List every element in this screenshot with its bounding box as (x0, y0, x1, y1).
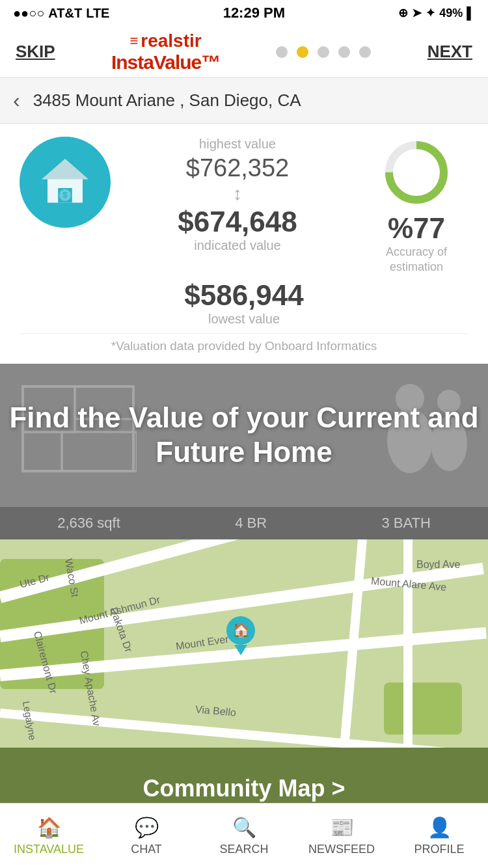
lowest-value-section: $586,944 lowest value (184, 279, 304, 327)
lowest-value: $586,944 (184, 279, 304, 312)
status-left: ●●○○ AT&T LTE (13, 6, 109, 21)
tab-profile[interactable]: 👤 PROFILE (390, 816, 488, 856)
logo-instavalue: InstaValue™ (111, 51, 220, 74)
next-button[interactable]: NEXT (427, 42, 472, 62)
sqft-detail: 2,636 sqft (57, 515, 120, 532)
map-pin-icon: 🏠 (226, 616, 255, 645)
carrier: AT&T (48, 6, 82, 21)
back-button[interactable]: ‹ (13, 88, 20, 113)
map-pin: 🏠 (226, 616, 255, 655)
hero-title: Find the Value of your Current and Futur… (0, 401, 488, 470)
baths-detail: 3 BATH (381, 515, 430, 532)
highest-label: highest value (117, 137, 358, 152)
network: LTE (86, 6, 109, 21)
tab-instavalue[interactable]: 🏠 INSTAVALUE (0, 816, 98, 856)
accuracy-percent: %77 (364, 212, 468, 245)
status-bar: ●●○○ AT&T LTE 12:29 PM ⊕ ➤ ✦ 49% ▌ (0, 0, 488, 26)
battery: 49% (439, 7, 463, 20)
skip-button[interactable]: SKIP (16, 42, 55, 62)
map-pin-tail (234, 645, 247, 655)
newsfeed-icon: 📰 (330, 816, 354, 839)
valuation-note: *Valuation data provided by Onboard Info… (20, 333, 468, 353)
address-bar: ‹ 3485 Mount Ariane , San Diego, CA (0, 78, 488, 124)
chat-icon: 💬 (135, 816, 159, 839)
beds-detail: 4 BR (235, 515, 267, 532)
property-details-strip: 2,636 sqft 4 BR 3 BATH (0, 507, 488, 539)
accuracy-donut (381, 137, 452, 208)
center-values: highest value $762,352 ↕ $674,648 indica… (111, 137, 364, 253)
app-logo: ≡ realstir InstaValue™ (111, 31, 220, 74)
arrow-down-icon: ↕ (117, 183, 358, 204)
lowest-label: lowest value (184, 312, 304, 327)
house-icon: $ (20, 137, 111, 228)
hero-section: Find the Value of your Current and Futur… (0, 364, 488, 507)
community-map-title[interactable]: Community Map > (142, 775, 345, 802)
battery-icon: ▌ (467, 7, 475, 20)
dot-5 (359, 46, 371, 58)
profile-icon: 👤 (427, 816, 452, 839)
status-right: ⊕ ➤ ✦ 49% ▌ (398, 6, 475, 20)
svg-text:$: $ (62, 191, 67, 200)
property-address: 3485 Mount Ariane , San Diego, CA (33, 90, 301, 111)
accuracy-label: Accuracy of estimation (364, 245, 468, 275)
dot-4 (338, 46, 350, 58)
bluetooth-icon: ✦ (426, 6, 435, 20)
tab-newsfeed-label: NEWSFEED (308, 843, 375, 856)
tab-instavalue-label: INSTAVALUE (14, 843, 84, 856)
tab-chat-label: CHAT (131, 843, 162, 856)
map-background: Ute Dr Mount Ashmun Dr Waco St Dakota Dr… (0, 539, 488, 748)
accuracy-section: %77 Accuracy of estimation (364, 137, 468, 275)
search-icon: 🔍 (232, 816, 256, 839)
property-map[interactable]: Ute Dr Mount Ashmun Dr Waco St Dakota Dr… (0, 539, 488, 748)
tab-search[interactable]: 🔍 SEARCH (195, 816, 293, 856)
tab-profile-label: PROFILE (414, 843, 464, 856)
tab-bar: 🏠 INSTAVALUE 💬 CHAT 🔍 SEARCH 📰 NEWSFEED … (0, 803, 488, 868)
svg-marker-4 (42, 159, 88, 180)
street-label-boyd: Boyd Ave (416, 559, 460, 571)
indicated-label: indicated value (117, 238, 358, 253)
value-card: $ highest value $762,352 ↕ $674,648 indi… (0, 124, 488, 364)
lock-icon: ⊕ (398, 6, 408, 20)
tab-chat[interactable]: 💬 CHAT (98, 816, 195, 856)
highest-value: $762,352 (117, 154, 358, 182)
location-icon: ➤ (412, 6, 422, 20)
logo-realstir: realstir (141, 31, 201, 51)
dot-1 (276, 46, 288, 58)
dot-2 (297, 46, 308, 58)
dot-3 (318, 46, 329, 58)
instavalue-icon: 🏠 (37, 816, 61, 839)
tab-newsfeed[interactable]: 📰 NEWSFEED (293, 816, 390, 856)
indicated-value: $674,648 (117, 206, 358, 238)
page-dots (276, 46, 371, 58)
status-time: 12:29 PM (223, 5, 285, 21)
tab-search-label: SEARCH (219, 843, 268, 856)
nav-bar: SKIP ≡ realstir InstaValue™ NEXT (0, 26, 488, 78)
signal-dots: ●●○○ (13, 6, 44, 21)
